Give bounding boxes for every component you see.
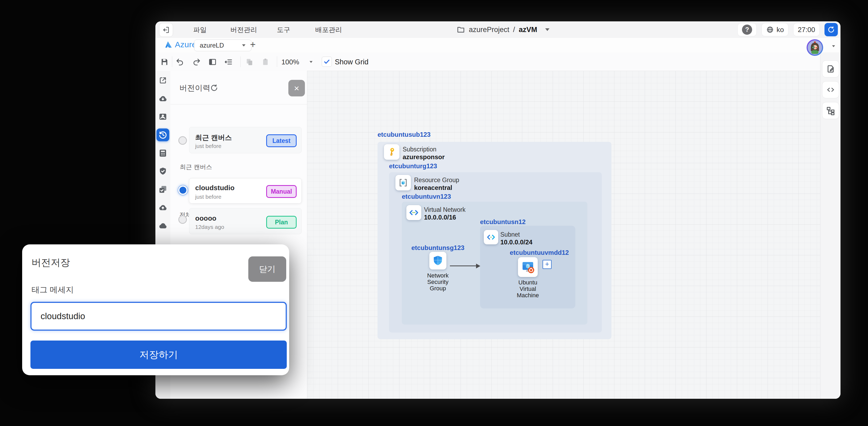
version-row-cloudstudio[interactable]: cloudstudio just before Manual: [189, 178, 302, 204]
version-save-modal: 버전저장 닫기 태그 메세지 저장하기: [22, 244, 289, 375]
sidebar-item-version-history[interactable]: [156, 128, 169, 141]
resource-group-node[interactable]: [396, 175, 411, 190]
brand-logo: Azure: [164, 40, 196, 49]
version-row-latest[interactable]: 최근 캔버스 just before Latest: [189, 127, 302, 153]
subnet-icon: [486, 232, 496, 242]
zoom-select[interactable]: 100%: [281, 56, 321, 68]
show-grid-label: Show Grid: [335, 56, 368, 68]
panel-toggle-button[interactable]: [207, 56, 218, 68]
check-icon: [323, 58, 331, 65]
undo-button[interactable]: [174, 56, 186, 68]
virtual-network-node[interactable]: [406, 205, 421, 220]
tab-label: azureLD: [200, 42, 224, 49]
virtual-network-text: Virtual Network 10.0.0.0/16: [424, 206, 466, 221]
timer-display: 27:00: [793, 23, 820, 36]
edit-document-button[interactable]: [822, 60, 839, 78]
calculator-icon: [158, 148, 168, 158]
menu-tools[interactable]: 도구: [277, 21, 290, 38]
version-title: cloudstudio: [195, 184, 235, 192]
subnet-node[interactable]: [484, 230, 498, 244]
code-view-button[interactable]: [822, 81, 839, 98]
copy-icon: [245, 57, 254, 66]
virtual-network-type: Virtual Network: [424, 206, 466, 213]
chevron-down-icon: [242, 44, 246, 47]
language-label: ko: [776, 26, 784, 34]
tag-message-label: 태그 메세지: [31, 284, 74, 295]
history-icon: [158, 130, 168, 140]
panel-close-button[interactable]: ×: [288, 80, 305, 96]
status-badge-manual: Manual: [266, 185, 297, 198]
sidebar-item-external-link[interactable]: [157, 74, 169, 86]
menu-deploy[interactable]: 배포관리: [315, 21, 342, 38]
tree-view-button[interactable]: [822, 102, 839, 119]
status-badge-latest: Latest: [266, 134, 297, 147]
redo-button[interactable]: [191, 56, 203, 68]
timer-value: 27:00: [798, 26, 815, 34]
shield-check-icon: [158, 166, 168, 176]
modal-title: 버전저장: [31, 256, 70, 269]
subscription-node[interactable]: [384, 144, 399, 160]
resource-group-tag-label: etcubunturg123: [389, 162, 437, 170]
version-time: 12days ago: [195, 224, 224, 230]
sidebar-item-image-upload[interactable]: [157, 111, 169, 123]
virtual-network-tag-label: etcubuntuvn123: [402, 193, 451, 200]
subscription-name: azuresponsor: [403, 153, 444, 161]
show-grid-checkbox[interactable]: [322, 57, 332, 67]
external-link-icon: [158, 76, 167, 85]
azure-logo-icon: [164, 40, 173, 49]
paste-button[interactable]: [259, 56, 271, 68]
copy-button[interactable]: [244, 56, 255, 68]
tab-bar: Azure azureLD +: [155, 38, 840, 53]
tree-icon: [826, 106, 835, 115]
subscription-text: Subscription azuresponsor: [403, 146, 444, 161]
menu-file[interactable]: 파일: [193, 21, 207, 38]
save-button[interactable]: [159, 56, 170, 68]
outdent-button[interactable]: [223, 56, 235, 68]
save-version-button[interactable]: 저장하기: [30, 340, 287, 369]
tab-azureld[interactable]: azureLD: [194, 39, 251, 51]
chevron-down-icon: [309, 61, 312, 63]
nsg-shield-icon: [432, 254, 444, 267]
sidebar-item-calculator[interactable]: [157, 147, 169, 159]
avatar-chevron-icon[interactable]: [832, 45, 835, 47]
avatar[interactable]: [807, 39, 823, 56]
modal-close-button[interactable]: 닫기: [248, 256, 286, 282]
sidebar-item-cloud-download[interactable]: [157, 93, 169, 104]
subnet-text: Subnet 10.0.0.0/24: [500, 231, 532, 246]
subnet-type: Subnet: [500, 231, 532, 238]
help-button[interactable]: ?: [738, 23, 757, 36]
language-button[interactable]: ko: [762, 23, 788, 36]
panel-refresh-button[interactable]: [210, 84, 218, 93]
virtual-network-cidr: 10.0.0.0/16: [424, 213, 466, 221]
sidebar-item-cloud[interactable]: [157, 220, 169, 232]
diagram-canvas[interactable]: etcubuntusub123 Subscription azuresponso…: [307, 71, 820, 399]
sidebar-item-cloud-upload[interactable]: [157, 202, 169, 213]
version-radio-selected[interactable]: [178, 186, 187, 195]
paste-icon: [261, 57, 270, 66]
canvas-toolbar: 100% Show Grid: [155, 52, 840, 71]
nsg-to-vm-connector[interactable]: [450, 266, 476, 266]
version-row-ooooo[interactable]: ooooo 12days ago Plan: [189, 208, 302, 234]
sync-button[interactable]: [825, 23, 838, 36]
add-tab-button[interactable]: +: [247, 38, 259, 51]
cloud-upload-icon: [158, 203, 168, 212]
ubuntu-vm-icon: [520, 260, 535, 275]
sidebar-item-window-check[interactable]: [157, 183, 169, 195]
vm-add-button[interactable]: +: [542, 260, 552, 269]
ubuntu-vm-node[interactable]: [518, 257, 538, 277]
virtual-network-icon: [408, 207, 419, 218]
nsg-node[interactable]: [429, 252, 446, 270]
breadcrumb-separator: /: [513, 26, 515, 34]
menu-version[interactable]: 버전관리: [230, 21, 257, 38]
version-title: 최근 캔버스: [195, 133, 232, 142]
breadcrumb[interactable]: azureProject / azVM: [457, 21, 550, 38]
version-radio[interactable]: [178, 215, 187, 224]
tag-message-input[interactable]: [30, 302, 287, 331]
arrow-head-icon: [476, 264, 480, 268]
version-radio[interactable]: [178, 136, 187, 145]
cloud-download-icon: [158, 94, 168, 103]
version-title: ooooo: [195, 214, 216, 222]
exit-button[interactable]: [159, 23, 173, 37]
sidebar-item-shield-check[interactable]: [157, 165, 169, 177]
panel-title: 버전이력: [179, 83, 210, 93]
